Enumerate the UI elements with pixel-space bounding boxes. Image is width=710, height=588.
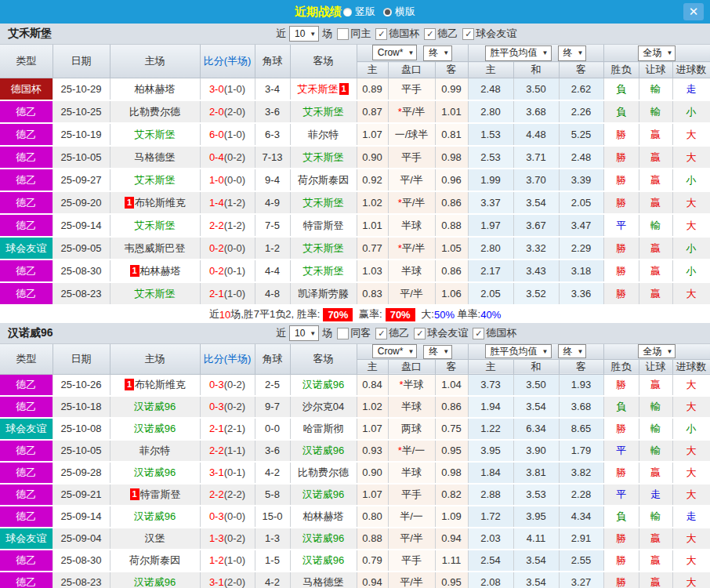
- final-select[interactable]: 终▼: [558, 344, 587, 358]
- sub-header: 客: [559, 359, 603, 374]
- col-header: 日期: [53, 344, 110, 374]
- league-checkbox-1-0[interactable]: ✓: [375, 328, 387, 339]
- euro-draw-odds: 3.43: [513, 260, 559, 282]
- match-type: 德乙: [0, 100, 53, 123]
- euro-draw-odds: 3.50: [513, 78, 559, 101]
- euro-home-odds: 2.05: [468, 282, 513, 305]
- col-header: 客场: [290, 45, 357, 78]
- match-type: 德乙: [0, 282, 53, 305]
- same-venue-checkbox-1[interactable]: [337, 328, 349, 339]
- asia-away-odds: 1.06: [435, 282, 468, 305]
- euro-draw-odds: 3.54: [513, 550, 559, 572]
- asia-home-odds: 1.07: [357, 123, 388, 146]
- match-row: 德乙 25-08-30 荷尔斯泰因 1-2(1-0) 1-5 汉诺威96 0.7…: [0, 550, 710, 572]
- radio-icon[interactable]: [343, 8, 352, 16]
- bookmaker-select[interactable]: Crow*▼: [372, 45, 418, 60]
- euro-draw-odds: 3.67: [513, 214, 559, 237]
- score: 6-0(1-0): [200, 123, 255, 146]
- away-team: 艾禾斯堡: [290, 237, 357, 260]
- match-date: 25-10-08: [53, 418, 110, 440]
- result-handicap: 輸: [639, 78, 672, 101]
- euro-home-odds: 2.80: [468, 237, 513, 260]
- home-team: 汉堡: [110, 528, 200, 550]
- corners: 4-2: [255, 462, 290, 484]
- result-wdl: 勝: [603, 374, 639, 396]
- match-row: 球会友谊 25-09-05 韦恩威斯巴登 0-2(0-0) 1-2 艾禾斯堡 0…: [0, 237, 710, 260]
- league-checkbox-0-0[interactable]: ✓: [375, 28, 387, 40]
- euro-away-odds: 2.28: [559, 484, 603, 506]
- section-head: 汉诺威96 近10▼场 同客✓德乙✓球会友谊✓德国杯: [0, 323, 710, 344]
- match-date: 25-09-04: [53, 528, 110, 550]
- close-icon[interactable]: ✕: [683, 3, 704, 20]
- sub-header: 胜负: [603, 62, 639, 78]
- radio-icon[interactable]: [383, 8, 392, 16]
- asia-away-odds: 0.99: [435, 78, 468, 101]
- asia-handicap: 平/半: [388, 528, 435, 550]
- euro-away-odds: 8.65: [559, 418, 603, 440]
- score: 2-0(2-0): [200, 100, 255, 123]
- asia-home-odds: 0.94: [357, 572, 388, 588]
- match-type: 德乙: [0, 191, 53, 214]
- col-header: 主场: [110, 344, 200, 374]
- euro-home-odds: 2.03: [468, 528, 513, 550]
- match-date: 25-08-23: [53, 282, 110, 305]
- asia-handicap: 平手: [388, 550, 435, 572]
- match-type: 德乙: [0, 260, 53, 282]
- away-team: 凯泽斯劳滕: [290, 282, 357, 305]
- score: 3-1(2-0): [200, 572, 255, 588]
- score: 0-3(0-2): [200, 396, 255, 418]
- league-checkbox-0-1[interactable]: ✓: [424, 28, 436, 40]
- match-row: 德乙 25-10-25 比勒费尔德 2-0(2-0) 3-6 艾禾斯堡 0.87…: [0, 100, 710, 123]
- mode-radio-vertical[interactable]: 竖版: [342, 5, 375, 19]
- home-team: 荷尔斯泰因: [110, 550, 200, 572]
- result-goals: 小: [672, 237, 710, 260]
- chevron-down-icon: ▼: [443, 348, 449, 355]
- asia-away-odds: 0.98: [435, 146, 468, 169]
- final-select[interactable]: 终▼: [423, 45, 452, 61]
- league-checkbox-1-1[interactable]: ✓: [414, 328, 426, 339]
- euro-away-odds: 2.62: [559, 78, 603, 101]
- europe-avg-select[interactable]: 胜平负均值▼: [485, 45, 552, 61]
- match-type: 球会友谊: [0, 418, 53, 440]
- same-venue-checkbox-0-label: 同主: [350, 27, 371, 41]
- match-count-select[interactable]: 10▼: [289, 325, 319, 341]
- bookmaker-select[interactable]: Crow*▼: [372, 344, 418, 358]
- asia-handicap: 平/半: [388, 169, 435, 191]
- col-header[interactable]: 比分(半场): [200, 45, 255, 78]
- asia-away-odds: 0.86: [435, 260, 468, 282]
- match-row: 球会友谊 25-09-04 汉堡 1-3(0-2) 1-3 汉诺威96 0.88…: [0, 528, 710, 550]
- euro-away-odds: 3.82: [559, 462, 603, 484]
- final-select[interactable]: 终▼: [558, 45, 587, 61]
- corners: 0-0: [255, 418, 290, 440]
- sub-header: 让球: [639, 359, 672, 374]
- league-checkbox-0-2-label: 球会友谊: [476, 27, 516, 41]
- scope-select[interactable]: 全场▼: [638, 344, 676, 358]
- corners: 9-7: [255, 396, 290, 418]
- col-header: 客场: [290, 344, 357, 374]
- result-goals: 大: [672, 396, 710, 418]
- euro-group-header: 胜平负均值▼终▼: [468, 45, 603, 62]
- final-select[interactable]: 终▼: [423, 345, 452, 359]
- same-venue-checkbox-0[interactable]: [337, 28, 349, 40]
- match-date: 25-09-28: [53, 462, 110, 484]
- euro-away-odds: 2.05: [559, 191, 603, 214]
- league-checkbox-0-2[interactable]: ✓: [462, 28, 474, 40]
- league-checkbox-1-2[interactable]: ✓: [473, 328, 484, 339]
- scope-select[interactable]: 全场▼: [638, 45, 676, 61]
- result-handicap: 贏: [639, 374, 672, 396]
- match-count-select[interactable]: 10▼: [289, 26, 319, 42]
- corners: 9-4: [255, 169, 290, 191]
- asia-away-odds: 0.98: [435, 462, 468, 484]
- home-team: 汉诺威96: [110, 418, 200, 440]
- euro-home-odds: 1.22: [468, 418, 513, 440]
- score: 1-4(1-2): [200, 191, 255, 214]
- europe-avg-select[interactable]: 胜平负均值▼: [485, 344, 552, 358]
- match-type: 德乙: [0, 169, 53, 191]
- asia-handicap: 半球: [388, 396, 435, 418]
- recent-results-panel: 近期战绩 竖版 横版 ✕ 艾禾斯堡 近10▼场 同主✓德国杯✓德乙✓球会友谊 类…: [0, 0, 710, 588]
- col-header: 角球: [255, 344, 290, 374]
- col-header[interactable]: 比分(半场): [200, 344, 255, 374]
- result-wdl: 勝: [603, 462, 639, 484]
- mode-radio-horizontal[interactable]: 横版: [382, 5, 415, 19]
- away-team: 艾禾斯堡: [290, 191, 357, 214]
